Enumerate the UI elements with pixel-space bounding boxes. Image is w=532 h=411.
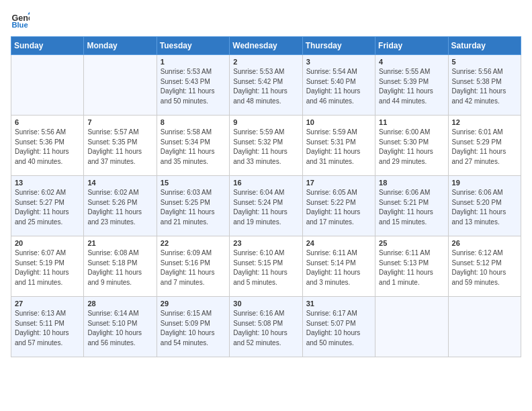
calendar-cell: 4Sunrise: 5:55 AM Sunset: 5:39 PM Daylig… <box>375 55 448 116</box>
calendar-cell: 11Sunrise: 6:00 AM Sunset: 5:30 PM Dayli… <box>375 116 448 176</box>
day-info: Sunrise: 6:06 AM Sunset: 5:20 PM Dayligh… <box>452 188 517 227</box>
calendar-cell: 18Sunrise: 6:06 AM Sunset: 5:21 PM Dayli… <box>375 176 448 236</box>
day-number: 9 <box>233 118 298 126</box>
day-number: 25 <box>379 239 444 247</box>
day-info: Sunrise: 6:08 AM Sunset: 5:18 PM Dayligh… <box>87 248 152 287</box>
calendar-row-2: 13Sunrise: 6:02 AM Sunset: 5:27 PM Dayli… <box>11 176 521 236</box>
calendar-row-3: 20Sunrise: 6:07 AM Sunset: 5:19 PM Dayli… <box>11 236 521 297</box>
day-number: 31 <box>306 300 371 308</box>
day-info: Sunrise: 5:57 AM Sunset: 5:35 PM Dayligh… <box>87 128 152 167</box>
calendar-cell: 27Sunrise: 6:13 AM Sunset: 5:11 PM Dayli… <box>11 297 84 357</box>
calendar-cell: 17Sunrise: 6:05 AM Sunset: 5:22 PM Dayli… <box>302 176 375 236</box>
day-number: 19 <box>452 179 517 187</box>
day-info: Sunrise: 6:16 AM Sunset: 5:08 PM Dayligh… <box>233 309 298 348</box>
calendar-cell: 3Sunrise: 5:54 AM Sunset: 5:40 PM Daylig… <box>302 55 375 116</box>
calendar-cell: 14Sunrise: 6:02 AM Sunset: 5:26 PM Dayli… <box>84 176 157 236</box>
calendar-body: 1Sunrise: 5:53 AM Sunset: 5:43 PM Daylig… <box>11 55 521 357</box>
day-info: Sunrise: 6:06 AM Sunset: 5:21 PM Dayligh… <box>379 188 444 227</box>
day-info: Sunrise: 6:04 AM Sunset: 5:24 PM Dayligh… <box>233 188 298 227</box>
calendar-row-0: 1Sunrise: 5:53 AM Sunset: 5:43 PM Daylig… <box>11 55 521 116</box>
day-info: Sunrise: 6:12 AM Sunset: 5:12 PM Dayligh… <box>452 248 517 287</box>
day-info: Sunrise: 5:53 AM Sunset: 5:42 PM Dayligh… <box>233 67 298 106</box>
calendar-cell: 8Sunrise: 5:58 AM Sunset: 5:34 PM Daylig… <box>157 116 229 176</box>
day-number: 6 <box>15 118 80 126</box>
calendar-cell <box>448 297 521 357</box>
day-number: 1 <box>161 58 226 66</box>
calendar-cell: 31Sunrise: 6:17 AM Sunset: 5:07 PM Dayli… <box>302 297 375 357</box>
page-header: General Blue <box>11 11 521 30</box>
col-header-monday: Monday <box>84 37 157 55</box>
day-info: Sunrise: 5:55 AM Sunset: 5:39 PM Dayligh… <box>379 67 444 106</box>
calendar-cell: 29Sunrise: 6:15 AM Sunset: 5:09 PM Dayli… <box>157 297 229 357</box>
calendar-cell: 13Sunrise: 6:02 AM Sunset: 5:27 PM Dayli… <box>11 176 84 236</box>
day-info: Sunrise: 5:56 AM Sunset: 5:38 PM Dayligh… <box>452 67 517 106</box>
day-info: Sunrise: 5:54 AM Sunset: 5:40 PM Dayligh… <box>306 67 371 106</box>
day-number: 11 <box>379 118 444 126</box>
day-number: 8 <box>161 118 226 126</box>
day-info: Sunrise: 6:02 AM Sunset: 5:27 PM Dayligh… <box>15 188 80 227</box>
calendar-cell: 6Sunrise: 5:56 AM Sunset: 5:36 PM Daylig… <box>11 116 84 176</box>
day-info: Sunrise: 6:11 AM Sunset: 5:14 PM Dayligh… <box>306 248 371 287</box>
day-number: 23 <box>233 239 298 247</box>
svg-text:Blue: Blue <box>11 21 28 29</box>
day-info: Sunrise: 6:00 AM Sunset: 5:30 PM Dayligh… <box>379 128 444 167</box>
calendar-header: SundayMondayTuesdayWednesdayThursdayFrid… <box>11 37 521 55</box>
calendar-row-4: 27Sunrise: 6:13 AM Sunset: 5:11 PM Dayli… <box>11 297 521 357</box>
calendar-table: SundayMondayTuesdayWednesdayThursdayFrid… <box>11 36 521 357</box>
calendar-cell: 5Sunrise: 5:56 AM Sunset: 5:38 PM Daylig… <box>448 55 521 116</box>
calendar-cell: 1Sunrise: 5:53 AM Sunset: 5:43 PM Daylig… <box>157 55 229 116</box>
day-number: 26 <box>452 239 517 247</box>
calendar-cell: 25Sunrise: 6:11 AM Sunset: 5:13 PM Dayli… <box>375 236 448 297</box>
day-number: 13 <box>15 179 80 187</box>
day-info: Sunrise: 5:58 AM Sunset: 5:34 PM Dayligh… <box>161 128 226 167</box>
day-info: Sunrise: 6:11 AM Sunset: 5:13 PM Dayligh… <box>379 248 444 287</box>
day-number: 28 <box>87 300 152 308</box>
day-info: Sunrise: 6:07 AM Sunset: 5:19 PM Dayligh… <box>15 248 80 287</box>
day-info: Sunrise: 5:56 AM Sunset: 5:36 PM Dayligh… <box>15 128 80 167</box>
day-number: 22 <box>161 239 226 247</box>
day-number: 20 <box>15 239 80 247</box>
logo-icon: General Blue <box>11 11 30 30</box>
col-header-thursday: Thursday <box>302 37 375 55</box>
day-info: Sunrise: 6:15 AM Sunset: 5:09 PM Dayligh… <box>161 309 226 348</box>
calendar-cell <box>375 297 448 357</box>
calendar-cell: 22Sunrise: 6:09 AM Sunset: 5:16 PM Dayli… <box>157 236 229 297</box>
calendar-cell: 28Sunrise: 6:14 AM Sunset: 5:10 PM Dayli… <box>84 297 157 357</box>
calendar-cell: 15Sunrise: 6:03 AM Sunset: 5:25 PM Dayli… <box>157 176 229 236</box>
header-row: SundayMondayTuesdayWednesdayThursdayFrid… <box>11 37 521 55</box>
calendar-row-1: 6Sunrise: 5:56 AM Sunset: 5:36 PM Daylig… <box>11 116 521 176</box>
day-info: Sunrise: 5:59 AM Sunset: 5:31 PM Dayligh… <box>306 128 371 167</box>
calendar-cell <box>84 55 157 116</box>
col-header-sunday: Sunday <box>11 37 84 55</box>
day-number: 12 <box>452 118 517 126</box>
col-header-wednesday: Wednesday <box>230 37 302 55</box>
day-info: Sunrise: 5:59 AM Sunset: 5:32 PM Dayligh… <box>233 128 298 167</box>
col-header-tuesday: Tuesday <box>157 37 229 55</box>
day-number: 30 <box>233 300 298 308</box>
day-info: Sunrise: 6:01 AM Sunset: 5:29 PM Dayligh… <box>452 128 517 167</box>
calendar-cell: 20Sunrise: 6:07 AM Sunset: 5:19 PM Dayli… <box>11 236 84 297</box>
day-info: Sunrise: 6:13 AM Sunset: 5:11 PM Dayligh… <box>15 309 80 348</box>
day-info: Sunrise: 6:14 AM Sunset: 5:10 PM Dayligh… <box>87 309 152 348</box>
calendar-cell: 9Sunrise: 5:59 AM Sunset: 5:32 PM Daylig… <box>230 116 302 176</box>
logo: General Blue <box>11 11 31 30</box>
day-number: 18 <box>379 179 444 187</box>
day-number: 3 <box>306 58 371 66</box>
calendar-cell: 30Sunrise: 6:16 AM Sunset: 5:08 PM Dayli… <box>230 297 302 357</box>
day-info: Sunrise: 6:09 AM Sunset: 5:16 PM Dayligh… <box>161 248 226 287</box>
day-number: 4 <box>379 58 444 66</box>
calendar-cell: 26Sunrise: 6:12 AM Sunset: 5:12 PM Dayli… <box>448 236 521 297</box>
calendar-cell: 19Sunrise: 6:06 AM Sunset: 5:20 PM Dayli… <box>448 176 521 236</box>
day-number: 16 <box>233 179 298 187</box>
day-number: 29 <box>161 300 226 308</box>
day-number: 27 <box>15 300 80 308</box>
calendar-cell: 12Sunrise: 6:01 AM Sunset: 5:29 PM Dayli… <box>448 116 521 176</box>
day-info: Sunrise: 5:53 AM Sunset: 5:43 PM Dayligh… <box>161 67 226 106</box>
day-number: 14 <box>87 179 152 187</box>
day-info: Sunrise: 6:05 AM Sunset: 5:22 PM Dayligh… <box>306 188 371 227</box>
day-number: 5 <box>452 58 517 66</box>
calendar-cell: 2Sunrise: 5:53 AM Sunset: 5:42 PM Daylig… <box>230 55 302 116</box>
day-info: Sunrise: 6:03 AM Sunset: 5:25 PM Dayligh… <box>161 188 226 227</box>
day-number: 2 <box>233 58 298 66</box>
col-header-friday: Friday <box>375 37 448 55</box>
